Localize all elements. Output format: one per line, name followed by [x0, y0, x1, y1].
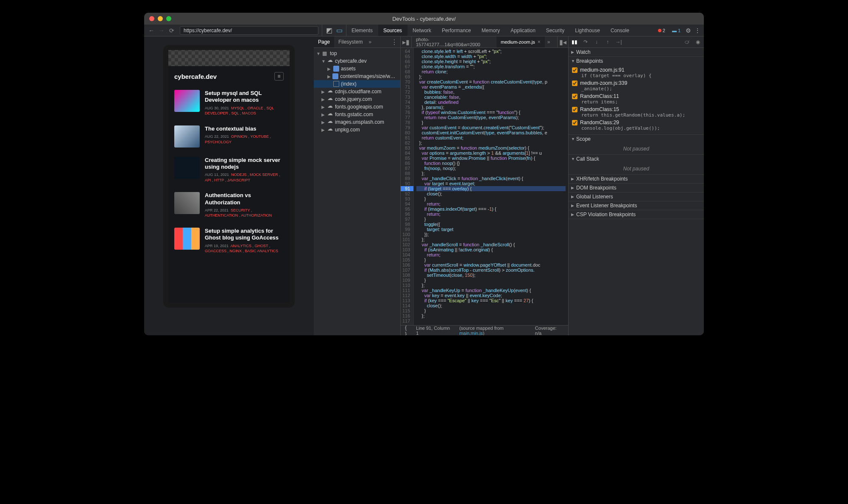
breakpoint-checkbox[interactable]	[572, 120, 577, 125]
devtools-tab-application[interactable]: Application	[505, 25, 541, 36]
breakpoint-item[interactable]: RandomClass:15return this.getRandom(this…	[570, 106, 702, 119]
minimize-window-button[interactable]	[158, 16, 163, 21]
pause-on-exceptions-button[interactable]: ◉	[695, 39, 701, 45]
breakpoint-item[interactable]: medium-zoom.js:339_animate();	[570, 79, 702, 92]
close-window-button[interactable]	[149, 16, 154, 21]
inspect-icon[interactable]: ◩	[326, 27, 332, 34]
breakpoints-section[interactable]: ▼Breakpoints	[569, 57, 704, 65]
dom-breakpoints-section[interactable]: ▶DOM Breakpoints	[569, 184, 704, 192]
hero-image-placeholder	[168, 50, 290, 66]
maximize-window-button[interactable]	[166, 16, 171, 21]
devtools-tab-performance[interactable]: Performance	[437, 25, 477, 36]
devtools-tab-sources[interactable]: Sources	[378, 25, 407, 36]
toggle-navigator-icon[interactable]: ▸▮	[401, 36, 412, 47]
xhr-breakpoints-section[interactable]: ▶XHR/fetch Breakpoints	[569, 175, 704, 183]
watch-section[interactable]: ▶Watch	[569, 48, 704, 56]
event-listener-breakpoints-section[interactable]: ▶Event Listener Breakpoints	[569, 201, 704, 210]
tree-top[interactable]: ▼top	[314, 50, 400, 57]
global-listeners-section[interactable]: ▶Global Listeners	[569, 192, 704, 201]
post-item[interactable]: Creating simple mock server using nodejs…	[168, 153, 290, 189]
navigator-panel: Page Filesystem » ⋮ ▼top ▼cybercafe.dev …	[314, 36, 401, 335]
code-content[interactable]: clone.style.left = left + scrollLeft + "…	[414, 48, 568, 325]
breakpoint-checkbox[interactable]	[572, 94, 577, 99]
breakpoint-item[interactable]: medium-zoom.js:91if (target === overlay)…	[570, 66, 702, 79]
editor-tab[interactable]: photo-157741277....1&q=80&w=2000	[412, 36, 497, 47]
forward-button[interactable]: →	[158, 27, 165, 34]
more-tabs-icon[interactable]: »	[368, 36, 371, 47]
post-meta: AUG 11, 2021 NODEJS , MOCK SERVER , API …	[205, 172, 284, 183]
more-editor-tabs-icon[interactable]: »	[545, 36, 553, 47]
step-into-button[interactable]: ↓	[593, 39, 600, 45]
devtools-tab-security[interactable]: Security	[541, 25, 570, 36]
breakpoint-item[interactable]: RandomClass:11return items;	[570, 92, 702, 106]
close-tab-icon[interactable]: ×	[538, 39, 541, 45]
post-item[interactable]: Setup simple analytics for Ghost blog us…	[168, 224, 290, 260]
cursor-position: Line 91, Column 1	[416, 326, 453, 336]
toggle-debugger-icon[interactable]: ▮◂	[557, 36, 568, 47]
toolbar: ← → ⟳ ◩ ▭ ElementsSourcesNetworkPerforma…	[144, 25, 704, 36]
settings-icon[interactable]: ⚙	[686, 27, 691, 34]
source-map-link[interactable]: main.min.js	[459, 331, 483, 336]
navigator-menu-icon[interactable]: ⋮	[388, 36, 400, 47]
pause-button[interactable]: ▮▮	[571, 39, 578, 45]
post-thumbnail	[174, 192, 200, 214]
tree-index[interactable]: (index)	[314, 80, 400, 88]
traffic-lights	[149, 16, 171, 21]
callstack-section[interactable]: ▼Call Stack	[569, 155, 704, 163]
url-input[interactable]	[180, 26, 318, 35]
back-button[interactable]: ←	[148, 27, 155, 34]
filesystem-tab[interactable]: Filesystem	[334, 36, 367, 47]
tree-cloud-item[interactable]: ▶fonts.gstatic.com	[314, 111, 400, 118]
post-item[interactable]: Setup mysql and SQL Developer on macosAU…	[168, 86, 290, 122]
device-toolbar-icon[interactable]: ▭	[336, 27, 343, 34]
breakpoint-item[interactable]: RandomClass:29console.log(obj.getValue()…	[570, 119, 702, 132]
file-tree: ▼top ▼cybercafe.dev ▶assets ▶content/ima…	[314, 48, 400, 335]
devtools-tab-memory[interactable]: Memory	[477, 25, 505, 36]
editor-tab[interactable]: medium-zoom.js×	[497, 36, 545, 47]
devtools-tab-elements[interactable]: Elements	[346, 25, 378, 36]
tree-cloud-item[interactable]: ▶images.unsplash.com	[314, 118, 400, 126]
tree-cloud-item[interactable]: ▶code.jquery.com	[314, 95, 400, 103]
step-out-button[interactable]: ↑	[604, 39, 611, 45]
post-item[interactable]: The contextual biasAUG 22, 2021 OPINION …	[168, 122, 290, 153]
post-thumbnail	[174, 157, 200, 179]
breakpoint-checkbox[interactable]	[572, 107, 577, 112]
reload-button[interactable]: ⟳	[168, 27, 176, 34]
step-button[interactable]: →|	[615, 39, 622, 45]
breakpoint-checkbox[interactable]	[572, 67, 577, 73]
pretty-print-icon[interactable]: { }	[405, 324, 410, 336]
line-gutter[interactable]: 6465666768697071727374757677787980818283…	[401, 48, 414, 325]
window-title: DevTools - cybercafe.dev/	[392, 16, 456, 22]
devtools-tab-network[interactable]: Network	[407, 25, 437, 36]
devtools-window: DevTools - cybercafe.dev/ ← → ⟳ ◩ ▭ Elem…	[144, 13, 704, 335]
hamburger-menu-icon[interactable]: ≡	[274, 72, 284, 81]
tree-domain[interactable]: ▼cybercafe.dev	[314, 57, 400, 65]
editor-panel: ▸▮ photo-157741277....1&q=80&w=2000mediu…	[401, 36, 568, 335]
source-map-info: (source mapped from main.min.js)	[459, 326, 529, 336]
breakpoint-checkbox[interactable]	[572, 81, 577, 86]
tree-cloud-item[interactable]: ▶cdnjs.cloudflare.com	[314, 88, 400, 95]
deactivate-breakpoints-button[interactable]: ⬭̸	[683, 39, 690, 45]
step-over-button[interactable]: ↷	[582, 39, 589, 45]
debugger-panel: ▮▮ ↷ ↓ ↑ →| ⬭̸ ◉ ▶Watch ▼Breakpoints med…	[568, 36, 704, 335]
site-title[interactable]: cybercafe.dev	[174, 73, 217, 80]
tree-cloud-item[interactable]: ▶unpkg.com	[314, 126, 400, 134]
titlebar: DevTools - cybercafe.dev/	[144, 13, 704, 25]
info-badge[interactable]: ▬ 1	[670, 28, 682, 33]
tree-content[interactable]: ▶content/images/size/w450h450	[314, 72, 400, 80]
csp-breakpoints-section[interactable]: ▶CSP Violation Breakpoints	[569, 210, 704, 219]
post-meta: APR 19, 2021 ANALYTICS , GHOST , GOACCES…	[205, 243, 284, 254]
scope-section[interactable]: ▼Scope	[569, 135, 704, 143]
post-item[interactable]: Authentication vs AuthorizationAPR 22, 2…	[168, 189, 290, 224]
error-badge[interactable]: 2	[656, 28, 667, 33]
post-title: The contextual bias	[205, 125, 284, 132]
tree-cloud-item[interactable]: ▶fonts.googleapis.com	[314, 103, 400, 111]
preview-nav: ← → ⟳	[144, 25, 322, 36]
post-thumbnail	[174, 228, 200, 250]
page-tab[interactable]: Page	[314, 36, 334, 47]
more-menu-icon[interactable]: ⋮	[695, 27, 700, 34]
devtools-tab-lighthouse[interactable]: Lighthouse	[570, 25, 605, 36]
post-title: Authentication vs Authorization	[205, 192, 284, 206]
tree-assets[interactable]: ▶assets	[314, 65, 400, 72]
devtools-tab-console[interactable]: Console	[605, 25, 635, 36]
